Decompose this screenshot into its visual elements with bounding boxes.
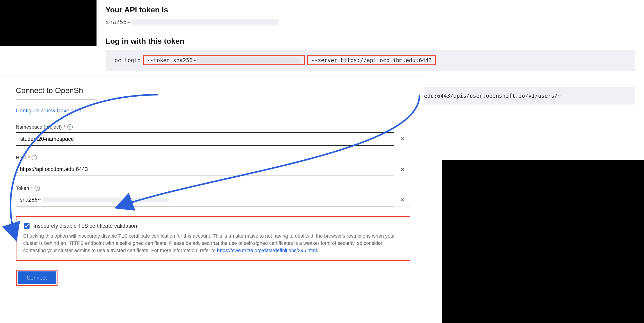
namespace-label-row: Namespace (project) * ? [16,124,410,130]
token-flag-blur [197,58,301,63]
tls-head: Insecurely disable TLS certificate valid… [23,223,403,229]
token-input-blur [42,197,169,202]
redaction-block-top [0,0,96,46]
oc-login-cmd: oc login [114,57,141,63]
host-field-row: ✕ [16,163,410,176]
server-flag: --server=https://api.ocp.ibm.edu:6443 [311,57,432,63]
connect-heading: Connect to OpenSh [16,86,97,100]
host-label: Host [16,155,26,161]
token-label: Token [16,185,29,191]
sha-prefix: sha256~ [106,19,130,25]
tls-body-text: Checking this option will insecurely dis… [23,233,395,253]
help-icon[interactable]: ? [68,124,73,130]
help-icon[interactable]: ? [34,186,40,191]
configure-link[interactable]: Configure a new Developer [16,107,82,114]
host-label-row: Host * ? [16,155,410,161]
connect-button[interactable]: Connect [18,272,56,284]
connect-button-highlight: Connect [16,270,58,286]
token-flag: --token=sha256~ [147,57,196,63]
namespace-label: Namespace (project) [16,124,62,130]
connect-panel: Connect to OpenSh Configure a new Develo… [0,77,424,295]
api-token-value: sha256~ [106,19,635,25]
required-asterisk: * [28,155,30,161]
token-flag-highlight: --token=sha256~ [143,55,305,65]
login-title: Log in with this token [106,37,635,45]
help-icon[interactable]: ? [32,155,37,160]
tls-checkbox[interactable] [24,223,30,229]
tls-title: Insecurely disable TLS certificate valid… [33,223,137,229]
sha-blur [132,19,278,25]
token-field-row: sha256~ ✕ [16,194,410,207]
api-token-title: Your API token is [106,5,635,14]
tls-warning-box: Insecurely disable TLS certificate valid… [16,216,410,261]
host-clear-button[interactable]: ✕ [394,163,410,176]
host-input[interactable] [16,163,394,176]
required-asterisk: * [31,185,33,191]
token-clear-button[interactable]: ✕ [394,194,410,207]
token-input-wrap[interactable]: sha256~ [16,194,394,207]
oc-login-codebox: oc login --token=sha256~ --server=https:… [106,50,635,71]
required-asterisk: * [64,124,66,130]
server-flag-highlight: --server=https://api.ocp.ibm.edu:6443 [307,55,436,65]
tls-link[interactable]: https://cwe.mitre.org/data/definitions/2… [217,248,317,253]
namespace-input[interactable] [16,132,394,146]
namespace-field-row: ✕ [16,132,410,146]
token-input-value: sha256~ [20,197,41,203]
namespace-clear-button[interactable]: ✕ [394,132,410,146]
redaction-block-bottom [442,160,644,323]
token-label-row: Token * ? [16,185,410,191]
tls-body: Checking this option will insecurely dis… [23,233,403,254]
